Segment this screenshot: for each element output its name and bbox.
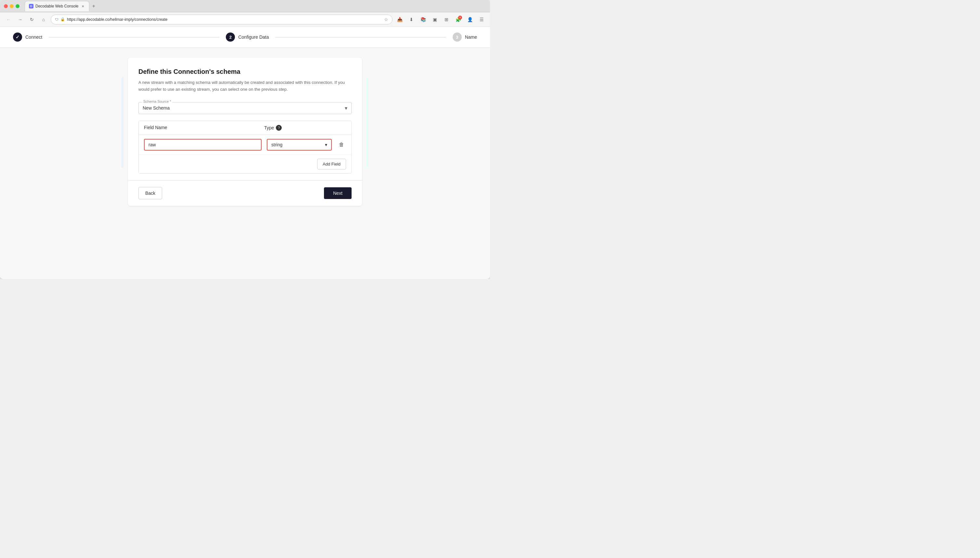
pocket-icon[interactable]: 📥: [395, 15, 404, 24]
page-content: ✓ Connect 2 Configure Data 3 Name: [0, 27, 490, 279]
checkmark-icon: ✓: [16, 34, 20, 40]
delete-icon: 🗑: [339, 142, 344, 148]
schema-source-value: New Schema: [142, 105, 170, 110]
new-tab-button[interactable]: +: [89, 2, 98, 11]
step-configure-label: Configure Data: [238, 34, 269, 40]
field-actions-header: [334, 125, 346, 131]
next-button[interactable]: Next: [324, 187, 352, 199]
step-connect-circle: ✓: [13, 33, 22, 42]
step-configure: 2 Configure Data: [226, 33, 269, 42]
home-button[interactable]: ⌂: [39, 15, 48, 24]
security-icon: 🛡: [55, 18, 59, 21]
chevron-down-icon: ▾: [345, 105, 347, 111]
schema-source-field: Schema Source * New Schema ▾: [138, 102, 352, 114]
browser-toolbar: ← → ↻ ⌂ 🛡 🔒 ☆ 📥 ⬇ 📚 ▣ ⊞ 🧩 4 👤 ☰: [0, 12, 490, 27]
menu-icon[interactable]: ☰: [477, 15, 486, 24]
step-name-label: Name: [465, 34, 477, 40]
step-configure-circle: 2: [226, 33, 235, 42]
add-field-row: Add Field: [139, 155, 351, 173]
type-help-icon[interactable]: ?: [276, 125, 282, 131]
type-select-arrow: ▾: [325, 142, 327, 147]
field-type-header: Type ?: [264, 125, 329, 131]
windows-icon[interactable]: ▣: [430, 15, 439, 24]
browser-window: D Decodable Web Console ✕ + ← → ↻ ⌂ 🛡 🔒 …: [0, 0, 490, 279]
active-tab[interactable]: D Decodable Web Console ✕: [25, 1, 89, 11]
stepper-bar: ✓ Connect 2 Configure Data 3 Name: [0, 27, 490, 48]
step-connect: ✓ Connect: [13, 33, 42, 42]
step-connect-label: Connect: [25, 34, 42, 40]
form-footer: Back Next: [128, 180, 362, 206]
bookmark-icon[interactable]: ☆: [384, 17, 388, 22]
lock-icon: 🔒: [61, 17, 65, 21]
reload-button[interactable]: ↻: [27, 15, 36, 24]
step-name-number: 3: [456, 35, 458, 40]
tab-bar: D Decodable Web Console ✕ +: [25, 1, 486, 11]
toolbar-right: 📥 ⬇ 📚 ▣ ⊞ 🧩 4 👤 ☰: [395, 15, 486, 24]
delete-field-button[interactable]: 🗑: [337, 140, 346, 149]
minimize-button[interactable]: [10, 4, 14, 8]
close-button[interactable]: [4, 4, 8, 8]
step-name: 3 Name: [453, 33, 477, 42]
address-bar[interactable]: [67, 17, 382, 22]
grid-icon[interactable]: ⊞: [442, 15, 451, 24]
right-accent: [366, 77, 368, 168]
table-row: string ▾ 🗑: [139, 135, 351, 155]
field-type-value: string: [271, 142, 282, 147]
download-icon[interactable]: ⬇: [407, 15, 416, 24]
form-description: A new stream with a matching schema will…: [138, 79, 352, 93]
back-button[interactable]: Back: [138, 187, 162, 199]
step-connector-2: [275, 37, 446, 38]
left-accent: [121, 77, 123, 168]
add-field-button[interactable]: Add Field: [317, 159, 346, 169]
bookmarks-icon[interactable]: 📚: [419, 15, 428, 24]
form-title: Define this Connection's schema: [138, 68, 352, 75]
account-icon[interactable]: 👤: [465, 15, 474, 24]
traffic-lights: [4, 4, 20, 8]
fields-table: Field Name Type ? string ▾: [138, 121, 352, 174]
field-name-input[interactable]: [144, 139, 262, 151]
schema-source-label-text: Schema Source: [143, 100, 169, 103]
tab-favicon: D: [29, 4, 33, 8]
field-type-header-label: Type: [264, 125, 274, 130]
badge-count: 4: [458, 16, 462, 20]
schema-source-group: Schema Source * New Schema ▾: [138, 102, 352, 114]
step-connector-1: [49, 37, 219, 38]
schema-source-required: *: [170, 100, 171, 103]
back-nav-button[interactable]: ←: [4, 15, 13, 24]
browser-titlebar: D Decodable Web Console ✕ +: [0, 0, 490, 12]
main-area: Define this Connection's schema A new st…: [0, 48, 490, 216]
field-name-header: Field Name: [144, 125, 259, 131]
forward-nav-button[interactable]: →: [16, 15, 25, 24]
tab-close-icon[interactable]: ✕: [80, 4, 85, 8]
schema-source-select[interactable]: New Schema ▾: [142, 105, 347, 111]
fields-header: Field Name Type ?: [139, 121, 351, 135]
maximize-button[interactable]: [16, 4, 20, 8]
step-configure-number: 2: [229, 35, 232, 40]
field-type-select[interactable]: string ▾: [267, 139, 332, 151]
address-bar-container: 🛡 🔒 ☆: [51, 15, 393, 25]
extensions-icon[interactable]: 🧩 4: [453, 15, 463, 24]
step-name-circle: 3: [453, 33, 462, 42]
schema-source-label: Schema Source *: [142, 100, 173, 103]
form-card: Define this Connection's schema A new st…: [128, 57, 362, 206]
tab-title: Decodable Web Console: [35, 4, 79, 8]
